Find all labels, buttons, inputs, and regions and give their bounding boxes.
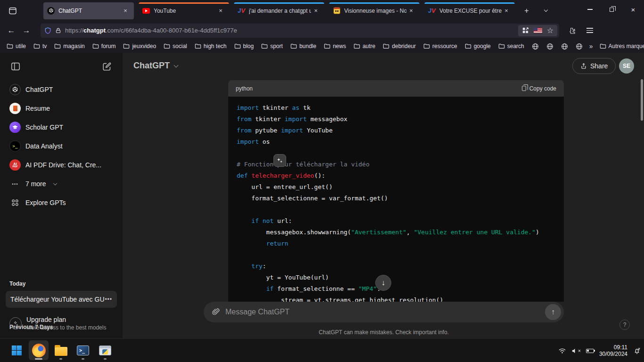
url-bar[interactable]: https://chatgpt.com/c/66fa4dba-4a00-8007… (41, 24, 559, 38)
sidebar-item-data-analyst[interactable]: >_Data Analyst (4, 137, 119, 156)
browser-tab[interactable]: YouTube× (139, 2, 229, 19)
taskbar-python[interactable] (95, 340, 115, 360)
sidebar-item-scholar-gpt[interactable]: Scholar GPT (4, 118, 119, 137)
sidebar-item-explore-gpts[interactable]: Explore GPTs (4, 193, 119, 212)
extensions-puzzle-icon[interactable] (565, 24, 579, 38)
bookmark-folder[interactable]: news (321, 42, 349, 50)
tray-time: 09:11 (599, 344, 627, 351)
bookmark-site[interactable] (573, 42, 586, 51)
message-composer[interactable]: Message ChatGPT ↑ (204, 302, 564, 322)
history-item-active[interactable]: Téléchargeur YouTube avec GUI ••• (6, 291, 117, 308)
chat-scroll-area[interactable]: python Copy code import tkinter as tkfro… (123, 79, 644, 302)
sidebar-item-chatgpt[interactable]: ChatGPT (4, 80, 119, 99)
other-bookmarks[interactable]: Autres marque-pages (597, 42, 644, 50)
bookmark-site[interactable] (558, 42, 571, 51)
help-button[interactable]: ? (619, 320, 630, 330)
browser-tab[interactable]: Visionneuse images - Noelsha× (329, 2, 420, 19)
bookmark-folder[interactable]: google (462, 42, 494, 50)
sidebar-item-ai-pdf-drive-chat-cre-[interactable]: AIPDFAI PDF Drive: Chat, Cre... (4, 156, 119, 174)
tab-close-icon[interactable]: × (311, 6, 321, 16)
extension-sparkle-button[interactable] (273, 154, 286, 167)
browser-tab[interactable]: ChatGPT× (43, 2, 134, 19)
start-button[interactable] (7, 340, 26, 360)
minimize-button[interactable] (579, 0, 601, 19)
translate-flag-icon[interactable] (534, 28, 542, 33)
attach-paperclip-icon[interactable] (211, 307, 221, 317)
tab-close-icon[interactable]: × (121, 6, 130, 16)
sidebar-item-7-more[interactable]: •••7 more (4, 174, 119, 193)
bookmark-folder[interactable]: magasin (51, 42, 87, 50)
window-controls: × (579, 0, 644, 19)
folder-icon (261, 43, 268, 49)
folder-icon (195, 43, 201, 49)
chevron-down-icon (174, 63, 179, 67)
volume-muted-icon[interactable]: × (571, 348, 581, 354)
tab-title: Votre EXCUSE pour être réveill (439, 8, 502, 14)
bookmark-folder[interactable]: social (161, 42, 190, 50)
lock-icon[interactable] (55, 27, 61, 34)
tab-close-icon[interactable]: × (502, 6, 511, 16)
screenshot-grid-icon[interactable] (522, 27, 529, 34)
bookmark-star-icon[interactable]: ☆ (547, 27, 553, 34)
focus-assist-bell-icon[interactable] (633, 346, 641, 355)
taskbar-firefox[interactable] (29, 340, 49, 360)
copy-code-button[interactable]: Copy code (522, 85, 556, 92)
firefox-view-icon[interactable] (5, 3, 21, 18)
globe-icon (532, 43, 539, 50)
folder-icon (33, 43, 40, 49)
history-item-menu-icon[interactable]: ••• (105, 296, 112, 303)
browser-tab[interactable]: JVj'ai demander a chatgpt un sc× (234, 2, 324, 19)
bookmark-folder[interactable]: autre (351, 42, 378, 50)
close-button[interactable]: × (622, 0, 644, 19)
taskbar-powershell[interactable]: >_ (73, 340, 93, 360)
tab-title: j'ai demander a chatgpt un sc (249, 8, 311, 14)
bookmark-folder[interactable]: jeuxvideo (120, 42, 159, 50)
bookmark-folder[interactable]: sport (258, 42, 286, 50)
upgrade-plan-item[interactable]: Upgrade plan More access to the best mod… (6, 313, 117, 334)
page-actions: ☆ (518, 25, 557, 36)
tab-close-icon[interactable]: × (216, 6, 225, 16)
bookmark-folder[interactable]: forum (90, 42, 119, 50)
forward-button[interactable]: → (19, 24, 34, 38)
model-switcher[interactable]: ChatGPT (133, 61, 178, 71)
menu-icon[interactable] (583, 24, 597, 38)
browser-tab[interactable]: JVVotre EXCUSE pour être réveill× (424, 2, 515, 19)
bookmark-folder[interactable]: bundle (288, 42, 319, 50)
send-button[interactable]: ↑ (545, 304, 561, 320)
bookmark-folder[interactable]: ressource (421, 42, 460, 50)
bookmark-folder[interactable]: high tech (192, 42, 230, 50)
scrollbar[interactable] (641, 79, 643, 121)
new-tab-button[interactable]: + (520, 4, 534, 18)
bookmark-folder[interactable]: tv (31, 42, 50, 50)
scroll-to-bottom-button[interactable]: ↓ (375, 275, 391, 291)
bookmark-folder[interactable]: utile (4, 42, 29, 50)
sparkles-icon (276, 157, 283, 164)
battery-icon[interactable] (586, 349, 594, 353)
bookmark-folder[interactable]: search (495, 42, 527, 50)
globe-icon (546, 43, 553, 50)
wifi-icon[interactable] (558, 347, 566, 354)
code-language-label: python (236, 85, 253, 92)
share-button[interactable]: Share (572, 58, 616, 74)
restore-button[interactable] (601, 0, 622, 19)
bookmark-site[interactable] (544, 42, 556, 51)
sidebar-item-resume[interactable]: Resume (4, 99, 119, 118)
folder-icon (354, 43, 360, 49)
toolbar-right (565, 24, 597, 38)
new-chat-icon[interactable] (100, 59, 114, 74)
shield-icon[interactable] (44, 27, 51, 34)
clock[interactable]: 09:11 30/09/2024 (599, 344, 627, 357)
arrow-down-icon: ↓ (381, 279, 385, 287)
avatar[interactable]: SE (619, 58, 634, 74)
taskbar-explorer[interactable] (51, 340, 71, 360)
sidebar-toggle-icon[interactable] (8, 59, 23, 74)
bookmark-site[interactable] (529, 42, 542, 51)
bookmark-folder[interactable]: blog (231, 42, 257, 50)
bookmark-folder[interactable]: debrideur (380, 42, 419, 50)
tab-close-icon[interactable]: × (406, 6, 416, 16)
back-button[interactable]: ← (4, 24, 19, 38)
bookmarks-overflow-icon[interactable]: » (587, 42, 595, 50)
list-tabs-button[interactable] (537, 4, 552, 18)
disclaimer-text: ChatGPT can make mistakes. Check importa… (204, 329, 564, 336)
folder-icon (92, 43, 99, 49)
